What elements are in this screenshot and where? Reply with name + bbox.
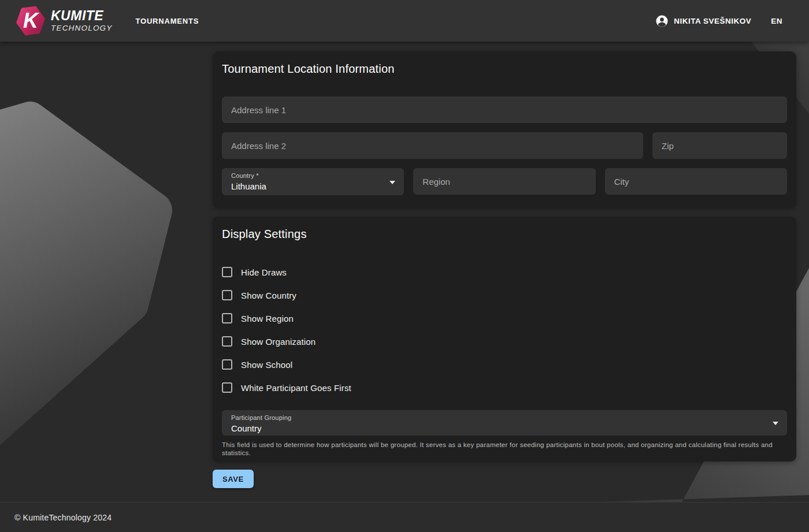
region-input[interactable] [413,168,595,195]
address-line-1-input[interactable] [222,96,787,123]
location-card-title: Tournament Location Information [222,51,787,77]
brand-subname: TECHNOLOGY [51,24,113,32]
country-select-label: Country * [231,172,381,180]
zip-input[interactable] [652,132,787,159]
checkbox-label: Show Organization [241,337,316,347]
user-name: NIKITA SVEŠNIKOV [674,17,751,25]
background-shape-left [0,120,154,446]
country-select[interactable]: Country * Lithuania [222,168,404,195]
kumite-hexagon-logo-icon: K [16,5,45,36]
checkbox-white-participant-goes-first[interactable]: White Participant Goes First [222,376,787,399]
copyright-text: © KumiteTechnology 2024 [14,513,112,522]
main-content: Tournament Location Information Country … [0,42,809,502]
checkbox-show-country[interactable]: Show Country [222,284,787,307]
brand-name: KUMITE [51,9,113,23]
city-input[interactable] [605,168,787,195]
country-select-value: Lithuania [231,181,381,192]
display-checkbox-group: Hide Draws Show Country Show Region Show… [222,261,787,399]
brand-text: KUMITE TECHNOLOGY [51,9,113,32]
save-button[interactable]: SAVE [213,470,254,488]
app-footer: © KumiteTechnology 2024 [0,502,809,532]
display-settings-card: Display Settings Hide Draws Show Country… [213,217,796,462]
checkbox-icon[interactable] [222,267,232,277]
chevron-down-icon [773,422,778,425]
checkbox-icon[interactable] [222,359,232,370]
user-menu[interactable]: NIKITA SVEŠNIKOV [655,14,751,28]
checkbox-label: Show Country [241,291,296,300]
svg-text:K: K [23,9,40,32]
participant-grouping-helper-text: This field is used to determine how part… [222,441,787,457]
user-avatar-icon [655,14,669,28]
checkbox-label: Show School [241,360,292,370]
checkbox-show-organization[interactable]: Show Organization [222,330,787,353]
language-switcher[interactable]: EN [771,17,782,25]
checkbox-icon[interactable] [222,382,232,393]
participant-grouping-select[interactable]: Participant Grouping Country [222,410,787,436]
logo[interactable]: K KUMITE TECHNOLOGY [16,5,113,36]
checkbox-icon[interactable] [222,290,232,300]
app-header: K KUMITE TECHNOLOGY TOURNAMENTS NIKITA S… [0,0,809,42]
checkbox-show-region[interactable]: Show Region [222,307,787,330]
checkbox-icon[interactable] [222,313,232,323]
checkbox-label: White Participant Goes First [241,383,351,393]
participant-grouping-value: Country [231,423,764,434]
participant-grouping-label: Participant Grouping [231,414,764,422]
tournament-location-card: Tournament Location Information Country … [213,51,796,208]
checkbox-icon[interactable] [222,336,232,347]
checkbox-hide-draws[interactable]: Hide Draws [222,261,787,284]
checkbox-label: Show Region [241,314,294,323]
address-line-2-input[interactable] [222,132,643,159]
checkbox-show-school[interactable]: Show School [222,353,787,376]
nav-item-tournaments[interactable]: TOURNAMENTS [136,12,199,30]
display-card-title: Display Settings [222,217,787,242]
chevron-down-icon [389,181,395,184]
checkbox-label: Hide Draws [241,267,287,277]
